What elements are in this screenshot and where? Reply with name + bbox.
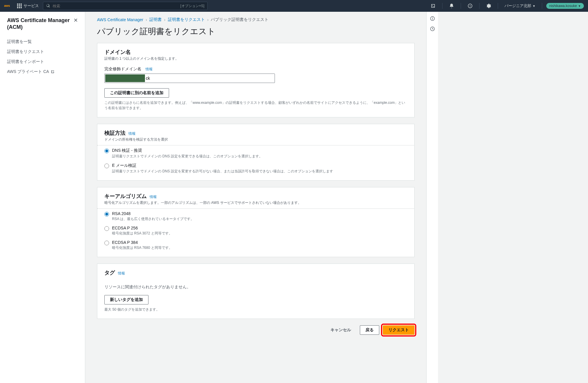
sidebar-item-label: AWS プライベート CA bbox=[7, 69, 49, 74]
radio-input[interactable] bbox=[104, 226, 109, 231]
panel-title: タグ bbox=[104, 270, 115, 276]
breadcrumb-link[interactable]: AWS Certificate Manager bbox=[97, 17, 143, 22]
info-link[interactable]: 情報 bbox=[146, 67, 153, 72]
panel-desc: 証明書の 1 つ以上のドメイン名を指定します。 bbox=[104, 56, 407, 61]
chevron-right-icon: › bbox=[164, 17, 166, 22]
info-link[interactable]: 情報 bbox=[128, 131, 136, 136]
services-label: サービス bbox=[24, 3, 39, 9]
panel-desc: ドメインの所有権を検証する方法を選択 bbox=[104, 137, 407, 142]
radio-label: E メール検証 bbox=[112, 163, 333, 168]
services-menu[interactable]: サービス bbox=[17, 3, 39, 9]
field-label: 完全修飾ドメイン名 bbox=[104, 66, 141, 72]
tags-empty-text: リソースに関連付けられたタグがありません。 bbox=[104, 284, 407, 290]
back-button[interactable]: 戻る bbox=[360, 325, 379, 335]
sidebar-item-label: 証明書をインポート bbox=[7, 59, 44, 64]
radio-label: RSA 2048 bbox=[112, 211, 194, 216]
sidebar-item-label: 証明書をリクエスト bbox=[7, 49, 44, 54]
tags-panel: タグ 情報 リソースに関連付けられたタグがありません。 新しいタグを追加 最大 … bbox=[97, 264, 415, 319]
request-button[interactable]: リクエスト bbox=[383, 325, 415, 335]
close-sidebar-icon[interactable]: ✕ bbox=[74, 17, 78, 24]
cloudshell-icon[interactable] bbox=[428, 0, 438, 12]
algorithm-option-rsa2048[interactable]: RSA 2048 RSA は、最も広く使用されているキータイプです。 bbox=[104, 211, 407, 222]
domain-help-text: この証明書にはさらに名前を追加できます。例えば、「www.example.com… bbox=[104, 100, 407, 111]
sidebar-item-request[interactable]: 証明書をリクエスト bbox=[0, 47, 85, 57]
search-hint: [オプション+S] bbox=[180, 4, 204, 9]
radio-desc: 暗号化強度は RSA 7680 と同等です。 bbox=[112, 245, 172, 250]
sidebar-nav: 証明書を一覧 証明書をリクエスト 証明書をインポート AWS プライベート CA bbox=[0, 35, 85, 79]
caret-down-icon: ▼ bbox=[532, 4, 535, 8]
user-menu[interactable]: nishikawa.kosuke ▼ bbox=[546, 3, 584, 9]
tags-help-text: 最大 50 個のタグを追加できます。 bbox=[104, 307, 407, 312]
main-content: AWS Certificate Manager › 証明書 › 証明書をリクエス… bbox=[85, 12, 426, 383]
region-selector[interactable]: バージニア北部 ▼ bbox=[502, 3, 538, 9]
panel-desc: 暗号化アルゴリズムを選択します。一部のアルゴリズムは、一部の AWS サービスで… bbox=[104, 200, 407, 205]
panel-title: 検証方法 bbox=[104, 130, 126, 136]
page-title: パブリック証明書をリクエスト bbox=[97, 26, 415, 37]
sidebar-item-label: 証明書を一覧 bbox=[7, 39, 32, 44]
notifications-icon[interactable] bbox=[447, 0, 457, 12]
domain-panel: ドメイン名 証明書の 1 つ以上のドメイン名を指定します。 完全修飾ドメイン名 … bbox=[97, 43, 415, 117]
panel-title: ドメイン名 bbox=[104, 49, 131, 55]
sidebar: AWS Certificate Manager (ACM) ✕ 証明書を一覧 証… bbox=[0, 12, 85, 383]
search-icon bbox=[46, 4, 50, 8]
user-name: nishikawa.kosuke bbox=[549, 4, 577, 8]
radio-input[interactable] bbox=[104, 149, 109, 153]
radio-desc: 証明書リクエストでドメインの DNS 設定を変更する許可がない場合、または当該許… bbox=[112, 169, 333, 174]
right-rail bbox=[426, 12, 438, 383]
search-box[interactable]: [オプション+S] bbox=[43, 2, 208, 10]
validation-option-email[interactable]: E メール検証 証明書リクエストでドメインの DNS 設定を変更する許可がない場… bbox=[104, 163, 407, 174]
caret-down-icon: ▼ bbox=[578, 4, 581, 8]
svg-rect-4 bbox=[432, 18, 433, 20]
chevron-right-icon: › bbox=[207, 17, 209, 22]
panel-title: キーアルゴリズム bbox=[104, 193, 147, 199]
info-rail-icon[interactable] bbox=[430, 16, 435, 22]
settings-icon[interactable] bbox=[484, 0, 494, 12]
radio-desc: 証明書リクエストでドメインの DNS 設定を変更できる場合は、このオプションを選… bbox=[112, 154, 263, 159]
add-tag-button[interactable]: 新しいタグを追加 bbox=[104, 295, 148, 304]
redacted-domain-prefix bbox=[105, 74, 145, 82]
add-domain-button[interactable]: この証明書に別の名前を追加 bbox=[104, 88, 169, 98]
radio-label: ECDSA P 384 bbox=[112, 240, 172, 245]
breadcrumb-current: パブリック証明書をリクエスト bbox=[211, 17, 268, 22]
breadcrumb: AWS Certificate Manager › 証明書 › 証明書をリクエス… bbox=[97, 17, 415, 22]
radio-input[interactable] bbox=[104, 212, 109, 217]
radio-desc: RSA は、最も広く使用されているキータイプです。 bbox=[112, 217, 194, 222]
radio-label: ECDSA P 256 bbox=[112, 226, 172, 230]
algorithm-option-ecdsa256[interactable]: ECDSA P 256 暗号化強度は RSA 3072 と同等です。 bbox=[104, 226, 407, 236]
sidebar-title: AWS Certificate Manager (ACM) bbox=[7, 17, 74, 31]
cancel-button[interactable]: キャンセル bbox=[325, 326, 356, 334]
sidebar-item-list[interactable]: 証明書を一覧 bbox=[0, 37, 85, 47]
top-nav: aws サービス [オプション+S] ? バージニア北部 ▼ nishikawa… bbox=[0, 0, 588, 12]
radio-label: DNS 検証 - 推奨 bbox=[112, 148, 263, 153]
svg-text:?: ? bbox=[469, 4, 471, 8]
aws-logo[interactable]: aws bbox=[4, 3, 13, 9]
external-link-icon bbox=[51, 70, 54, 74]
validation-panel: 検証方法 情報 ドメインの所有権を検証する方法を選択 DNS 検証 - 推奨 証… bbox=[97, 124, 415, 181]
sidebar-item-private-ca[interactable]: AWS プライベート CA bbox=[0, 67, 85, 77]
radio-input[interactable] bbox=[104, 241, 109, 245]
radio-desc: 暗号化強度は RSA 3072 と同等です。 bbox=[112, 231, 172, 236]
algorithm-panel: キーアルゴリズム 情報 暗号化アルゴリズムを選択します。一部のアルゴリズムは、一… bbox=[97, 187, 415, 257]
help-icon[interactable]: ? bbox=[465, 0, 475, 12]
search-input[interactable] bbox=[50, 4, 180, 8]
svg-point-5 bbox=[432, 17, 433, 18]
radio-input[interactable] bbox=[104, 164, 109, 168]
grid-icon bbox=[17, 4, 22, 8]
validation-option-dns[interactable]: DNS 検証 - 推奨 証明書リクエストでドメインの DNS 設定を変更できる場… bbox=[104, 148, 407, 159]
svg-text:aws: aws bbox=[4, 4, 10, 7]
history-rail-icon[interactable] bbox=[430, 26, 435, 32]
chevron-right-icon: › bbox=[146, 17, 147, 22]
region-label: バージニア北部 bbox=[505, 3, 531, 9]
form-actions: キャンセル 戻る リクエスト bbox=[97, 325, 415, 335]
breadcrumb-link[interactable]: 証明書 bbox=[149, 17, 162, 22]
algorithm-option-ecdsa384[interactable]: ECDSA P 384 暗号化強度は RSA 7680 と同等です。 bbox=[104, 240, 407, 250]
sidebar-item-import[interactable]: 証明書をインポート bbox=[0, 57, 85, 67]
breadcrumb-link[interactable]: 証明書をリクエスト bbox=[168, 17, 205, 22]
info-link[interactable]: 情報 bbox=[150, 195, 157, 199]
info-link[interactable]: 情報 bbox=[118, 271, 125, 275]
